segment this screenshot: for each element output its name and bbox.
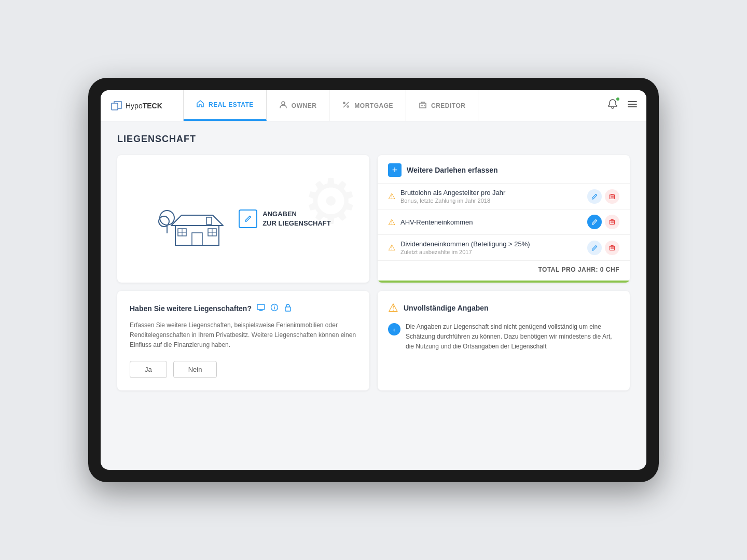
- income-item-text-1: Bruttolohn als Angestellter pro Jahr Bon…: [400, 189, 582, 204]
- income-item-sub-1: Bonus, letzte Zahlung im Jahr 2018: [400, 198, 582, 204]
- screen-icon[interactable]: [257, 303, 265, 313]
- cards-grid: ⚙: [117, 155, 630, 390]
- svg-rect-46: [285, 307, 290, 311]
- svg-rect-40: [257, 304, 265, 310]
- logo-area: HypoTECK: [101, 90, 184, 121]
- income-item-name-3: Dividendeneinkommen (Beteiligung > 25%): [400, 240, 582, 248]
- income-item-3: ⚠ Dividendeneinkommen (Beteiligung > 25%…: [378, 234, 630, 260]
- page-title: LIEGENSCHAFT: [117, 134, 630, 145]
- svg-point-45: [274, 305, 274, 306]
- svg-point-3: [343, 102, 345, 104]
- warning-icon-3: ⚠: [388, 243, 395, 253]
- edit-income-3-button[interactable]: [587, 241, 602, 255]
- lock-icon[interactable]: [284, 303, 292, 313]
- income-total-text: TOTAL PRO JAHR: 0 CHF: [538, 266, 619, 273]
- menu-button[interactable]: [627, 99, 638, 113]
- info-icon[interactable]: [270, 303, 279, 313]
- building-icon: [419, 101, 427, 111]
- edit-income-1-button[interactable]: [587, 189, 602, 204]
- main-content: LIEGENSCHAFT ⚙: [101, 121, 646, 470]
- card-income-header: + Weitere Darlehen erfassen: [378, 155, 630, 183]
- svg-line-2: [343, 102, 349, 107]
- notification-badge: [615, 96, 620, 102]
- angaben-edit-icon[interactable]: [239, 209, 257, 228]
- svg-rect-24: [206, 217, 212, 225]
- card-question-title: Haben Sie weitere Liegenschaften?: [130, 304, 252, 313]
- card-income-title: Weitere Darlehen erfassen: [407, 166, 498, 174]
- income-item-text-2: AHV-Renteneinkommen: [400, 218, 582, 226]
- delete-income-2-button[interactable]: [605, 215, 619, 229]
- tab-mortgage-label: MORTGAGE: [354, 102, 393, 109]
- income-item-name-2: AHV-Renteneinkommen: [400, 218, 582, 226]
- person-icon: [279, 101, 287, 111]
- card-question-header: Haben Sie weitere Liegenschaften?: [130, 303, 357, 313]
- tab-real-estate-label: REAL ESTATE: [209, 101, 254, 108]
- add-income-button[interactable]: +: [388, 163, 402, 177]
- svg-rect-17: [192, 233, 202, 245]
- bg-gear-decoration: ⚙: [303, 165, 359, 237]
- svg-rect-0: [112, 103, 118, 110]
- income-item-2: ⚠ AHV-Renteneinkommen: [378, 209, 630, 234]
- tab-real-estate[interactable]: REAL ESTATE: [184, 90, 267, 121]
- svg-point-1: [282, 102, 285, 105]
- svg-marker-15: [171, 215, 223, 226]
- delete-income-1-button[interactable]: [605, 189, 619, 204]
- back-button[interactable]: ‹: [388, 323, 400, 335]
- card-question-body: Erfassen Sie weitere Liegenschaften, bei…: [130, 320, 357, 351]
- no-button[interactable]: Nein: [173, 361, 217, 378]
- tab-owner[interactable]: OWNER: [267, 90, 330, 121]
- warning-icon-1: ⚠: [388, 191, 395, 201]
- card-income: + Weitere Darlehen erfassen ⚠ Bruttolohn…: [378, 155, 630, 283]
- edit-income-2-button[interactable]: [587, 215, 602, 229]
- delete-income-3-button[interactable]: [605, 241, 619, 255]
- income-item-actions-1: [587, 189, 619, 204]
- tab-creditor[interactable]: CREDITOR: [406, 90, 478, 121]
- card-warning: ⚠ Unvollständige Angaben ‹ Die Angaben z…: [378, 291, 630, 390]
- tab-creditor-label: CREDITOR: [431, 102, 465, 109]
- income-item-text-3: Dividendeneinkommen (Beteiligung > 25%) …: [400, 240, 582, 255]
- card-question: Haben Sie weitere Liegenschaften?: [117, 291, 369, 390]
- green-bar: [378, 281, 630, 283]
- logo-text: HypoTECK: [126, 102, 162, 110]
- income-item: ⚠ Bruttolohn als Angestellter pro Jahr B…: [378, 183, 630, 209]
- header: HypoTECK REAL ESTATE: [101, 90, 646, 121]
- warning-text: Die Angaben zur Liegenschaft sind nicht …: [406, 322, 619, 352]
- warning-large-icon: ⚠: [388, 301, 398, 315]
- svg-point-4: [347, 106, 349, 107]
- yes-button[interactable]: Ja: [130, 361, 167, 378]
- tab-mortgage[interactable]: MORTGAGE: [329, 90, 406, 121]
- card-warning-title: Unvollständige Angaben: [404, 304, 489, 312]
- income-item-actions-3: [587, 241, 619, 255]
- income-item-sub-3: Zuletzt ausbezahlte im 2017: [400, 249, 582, 255]
- header-actions: [599, 90, 646, 121]
- logo-icon: [111, 101, 122, 110]
- card-liegenschaft: ⚙: [117, 155, 369, 283]
- nav-tabs: REAL ESTATE OWNER: [184, 90, 599, 121]
- house-icon: [196, 100, 204, 110]
- tablet-screen: HypoTECK REAL ESTATE: [101, 90, 646, 470]
- income-total: TOTAL PRO JAHR: 0 CHF: [378, 260, 630, 281]
- warning-icon-2: ⚠: [388, 217, 395, 227]
- tablet-frame: HypoTECK REAL ESTATE: [88, 78, 659, 482]
- house-svg-wrap: [156, 189, 228, 248]
- tab-owner-label: OWNER: [292, 102, 317, 109]
- card-warning-header: ⚠ Unvollständige Angaben: [388, 301, 619, 315]
- income-item-actions-2: [587, 215, 619, 229]
- notification-button[interactable]: [607, 99, 618, 113]
- income-item-name-1: Bruttolohn als Angestellter pro Jahr: [400, 189, 582, 197]
- warning-message: ‹ Die Angaben zur Liegenschaft sind nich…: [388, 322, 619, 352]
- percent-icon: [342, 101, 350, 111]
- yn-buttons: Ja Nein: [130, 361, 357, 378]
